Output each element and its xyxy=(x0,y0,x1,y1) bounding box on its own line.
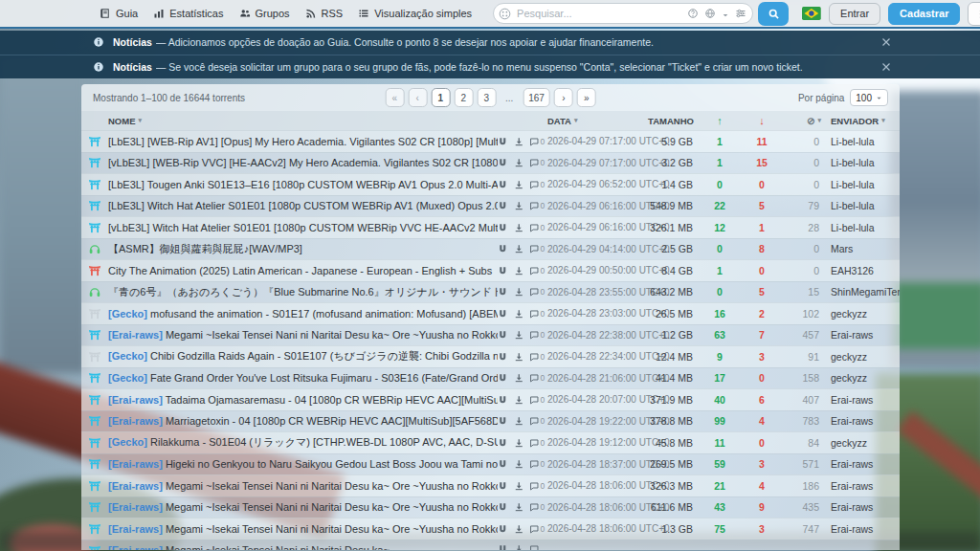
uploader-link[interactable]: Mars xyxy=(823,243,900,254)
table-row[interactable]: 【ASMR】御姐與蘿莉與屁屁♪[WAV/MP3]02026-04-29 04:1… xyxy=(81,238,900,260)
torrent-name-link[interactable]: 『青の6号』（あおのろくごう）『Blue Submarine No.6』オリジナ… xyxy=(108,285,498,299)
magnet-icon[interactable] xyxy=(498,223,508,233)
category-anime-translated-icon[interactable] xyxy=(81,371,108,385)
torrent-name-link[interactable]: [Erai-raws] Megami ~Isekai Tensei Nani n… xyxy=(108,501,498,513)
magnet-icon[interactable] xyxy=(498,201,508,211)
table-row[interactable]: [Erai-raws] Megami ~Isekai Tensei Nani n… xyxy=(81,540,900,550)
search-box[interactable] xyxy=(493,3,753,24)
download-icon[interactable] xyxy=(514,524,524,535)
category-anime-translated-icon[interactable] xyxy=(81,544,108,550)
globe-icon[interactable] xyxy=(704,8,716,19)
table-row[interactable]: [Erai-raws] Higeki no Genkyou to Naru Sa… xyxy=(81,453,900,475)
uploader-link[interactable]: Li-bel-lula xyxy=(823,179,900,190)
category-anime-translated-icon[interactable] xyxy=(81,436,108,450)
close-icon[interactable] xyxy=(880,36,892,48)
torrent-name-link[interactable]: [Gecko] Rilakkuma - S01E04 (リラックマ) [CTHP… xyxy=(108,435,498,450)
magnet-icon[interactable] xyxy=(498,416,508,427)
magnet-icon[interactable] xyxy=(498,544,508,550)
nav-item-grupos[interactable]: Grupos xyxy=(239,8,290,19)
page-button-...[interactable]: ... xyxy=(500,88,519,107)
download-icon[interactable] xyxy=(514,438,524,449)
magnet-icon[interactable] xyxy=(498,395,508,406)
table-row[interactable]: [Gecko] Fate Grand Order You've Lost Rit… xyxy=(81,367,900,389)
download-icon[interactable] xyxy=(514,287,524,298)
page-button-167[interactable]: 167 xyxy=(523,88,550,107)
page-button-«[interactable]: « xyxy=(385,88,404,107)
magnet-icon[interactable] xyxy=(498,309,508,320)
table-row[interactable]: [Erai-raws] Megami ~Isekai Tensei Nani n… xyxy=(81,324,900,346)
uploader-link[interactable]: Li-bel-lula xyxy=(823,200,900,211)
page-button-2[interactable]: 2 xyxy=(454,88,473,107)
category-picker-icon[interactable] xyxy=(498,7,512,21)
download-icon[interactable] xyxy=(514,137,524,147)
torrent-name-link[interactable]: [LbE3L] [WEB-Rip AV1] [Opus] My Hero Aca… xyxy=(108,136,498,147)
magnet-icon[interactable] xyxy=(498,373,508,384)
comments-icon[interactable]: 0 xyxy=(529,524,545,535)
comments-icon[interactable]: 0 xyxy=(529,137,545,147)
download-icon[interactable] xyxy=(514,158,524,168)
comments-icon[interactable]: 0 xyxy=(529,287,545,298)
header-leechers-down-arrow-icon[interactable]: ↓ xyxy=(741,115,783,126)
torrent-name-link[interactable]: [LbE3L] Tougen Anki S01E13–E16 [1080p CU… xyxy=(108,179,498,190)
category-anime-translated-icon[interactable] xyxy=(81,393,108,407)
category-anime-translated-icon[interactable] xyxy=(81,328,108,342)
download-icon[interactable] xyxy=(514,330,524,341)
uploader-link[interactable]: Erai-raws xyxy=(823,458,900,470)
torrent-name-link[interactable]: [Gecko] Fate Grand Order You've Lost Rit… xyxy=(108,371,498,386)
download-icon[interactable] xyxy=(514,502,524,513)
comments-icon[interactable]: 0 xyxy=(529,502,545,513)
comments-icon[interactable]: 0 xyxy=(529,158,545,168)
table-row[interactable]: [Erai-raws] Tadaima Ojamasaremasu - 04 [… xyxy=(81,388,900,410)
header-completed-icon[interactable]: ⊘ xyxy=(783,116,823,126)
magnet-icon[interactable] xyxy=(498,502,508,513)
category-anime-translated-icon[interactable] xyxy=(81,135,108,148)
torrent-name-link[interactable]: [Erai-raws] Higeki no Genkyou to Naru Sa… xyxy=(108,458,498,470)
table-row[interactable]: [Gecko] mofusand the animation - S01E17 … xyxy=(81,302,900,324)
uploader-link[interactable]: EAH3126 xyxy=(823,265,900,276)
category-audio-icon[interactable] xyxy=(81,242,108,255)
comments-icon[interactable]: 0 xyxy=(529,481,545,492)
download-icon[interactable] xyxy=(514,223,524,233)
torrent-name-link[interactable]: [Erai-raws] Marriagetoxin - 04 [1080p CR… xyxy=(108,415,498,427)
torrent-name-link[interactable]: City The Animation (2025) Latin American… xyxy=(108,265,498,276)
category-anime-translated-icon[interactable] xyxy=(81,156,108,169)
magnet-icon[interactable] xyxy=(498,352,508,363)
comments-icon[interactable]: 0 xyxy=(529,416,545,427)
magnet-icon[interactable] xyxy=(498,438,508,449)
uploader-link[interactable]: Erai-raws xyxy=(823,394,900,406)
torrent-name-link[interactable]: [vLbE3L] [WEB-Rip VVC] [HE-AACv2] My Her… xyxy=(108,157,498,168)
category-anime-translated-icon[interactable] xyxy=(81,221,108,234)
comments-icon[interactable]: 0 xyxy=(529,309,545,320)
page-button-1[interactable]: 1 xyxy=(431,88,450,107)
torrent-name-link[interactable]: [Gecko] mofusand the animation - S01E17 … xyxy=(108,308,498,320)
magnet-icon[interactable] xyxy=(498,180,508,190)
register-button[interactable]: Cadastrar xyxy=(888,3,960,25)
category-anime-translated-icon[interactable] xyxy=(81,199,108,212)
uploader-link[interactable]: Li-bel-lula xyxy=(823,157,900,168)
header-date[interactable]: DATA xyxy=(547,116,643,126)
magnet-icon[interactable] xyxy=(498,524,508,535)
category-anime-translated-icon[interactable] xyxy=(81,500,108,514)
login-button[interactable]: Entrar xyxy=(829,3,880,25)
nav-item-rss[interactable]: RSS xyxy=(305,8,344,19)
table-row[interactable]: [Erai-raws] Megami ~Isekai Tensei Nani n… xyxy=(81,518,900,540)
filter-sliders-icon[interactable] xyxy=(735,8,746,19)
torrent-name-link[interactable]: [Erai-raws] Megami ~Isekai Tensei Nani n… xyxy=(108,480,498,492)
help-icon[interactable] xyxy=(687,8,699,19)
table-row[interactable]: [Erai-raws] Megami ~Isekai Tensei Nani n… xyxy=(81,474,900,496)
torrent-name-link[interactable]: [Erai-raws] Megami ~Isekai Tensei Nani n… xyxy=(108,544,498,550)
magnet-icon[interactable] xyxy=(498,287,508,298)
uploader-link[interactable]: geckyzz xyxy=(823,372,900,384)
hamburger-menu-button[interactable] xyxy=(968,2,980,26)
torrent-name-link[interactable]: 【ASMR】御姐與蘿莉與屁屁♪[WAV/MP3] xyxy=(108,242,498,256)
uploader-link[interactable]: Erai-raws xyxy=(823,523,900,535)
comments-icon[interactable]: 0 xyxy=(529,223,545,233)
torrent-name-link[interactable]: [Gecko] Chibi Godzilla Raids Again - S01… xyxy=(108,349,498,364)
header-name[interactable]: NOME xyxy=(108,116,498,126)
uploader-link[interactable]: Li-bel-lula xyxy=(823,136,900,147)
torrent-name-link[interactable]: [Erai-raws] Tadaima Ojamasaremasu - 04 [… xyxy=(108,394,498,406)
category-anime-translated-icon[interactable] xyxy=(81,414,108,428)
download-icon[interactable] xyxy=(514,180,524,190)
table-row[interactable]: [LbE3L] [WEB-Rip AV1] [Opus] My Hero Aca… xyxy=(81,130,900,152)
brazil-flag-icon[interactable] xyxy=(802,7,821,20)
